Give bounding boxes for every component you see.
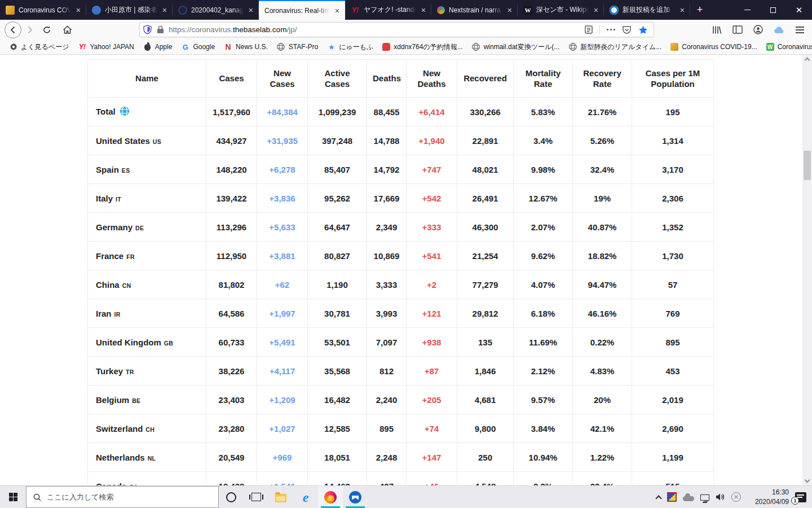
value-cell: 94.47%: [573, 270, 632, 299]
close-tab-icon[interactable]: ×: [248, 6, 254, 15]
close-tab-icon[interactable]: ×: [75, 6, 82, 15]
scroll-up-icon[interactable]: [802, 55, 812, 63]
cortana-icon: [226, 492, 236, 502]
tab-new-post[interactable]: 新規投稿を追加×: [604, 0, 690, 20]
value-cell: 21,254: [457, 242, 514, 270]
table-row-france: FranceFR112,950+3,88180,82710,869+54121,…: [88, 242, 714, 270]
tab-nextstrain[interactable]: Nextstrain / narra×: [431, 0, 518, 20]
home-button[interactable]: [59, 21, 76, 38]
thunderbird-button[interactable]: [343, 486, 368, 508]
url-bar[interactable]: https://coronavirus.thebaselab.com/jp/: [139, 22, 654, 37]
minimize-button[interactable]: [734, 0, 760, 20]
blue-dot-favicon: [610, 6, 619, 15]
country-name: Iran: [96, 309, 112, 318]
close-tab-icon[interactable]: ×: [161, 6, 168, 15]
value-cell: 2,349: [367, 213, 407, 242]
bookmark-item-11[interactable]: Coronavirus COVID-19...: [667, 41, 760, 52]
action-center-icon[interactable]: 1: [795, 492, 806, 502]
bookmark-item-6[interactable]: STAF-Pro: [273, 41, 321, 53]
taskbar-search-input[interactable]: ここに入力して検索: [26, 486, 219, 508]
country-code: NL: [148, 455, 156, 462]
task-view-button[interactable]: [244, 486, 268, 508]
bookmark-label: winmail.dat変換ツール(...: [484, 42, 560, 52]
value-cell: +31,935: [257, 126, 308, 155]
green-w-icon: W: [766, 43, 774, 51]
bookmark-item-1[interactable]: よく見るページ: [6, 41, 72, 54]
value-cell: 1,199: [632, 443, 714, 472]
menu-icon[interactable]: [796, 27, 804, 33]
forward-button[interactable]: [21, 21, 38, 38]
value-cell: 2.12%: [514, 357, 573, 386]
dismiss-tray-icon[interactable]: ✕: [731, 492, 741, 502]
close-window-button[interactable]: ✕: [786, 0, 812, 20]
country-name: Canada: [96, 481, 126, 486]
scrollbar-thumb[interactable]: [804, 151, 811, 180]
value-cell: 112,950: [206, 242, 257, 270]
bookmark-item-8[interactable]: xddnx764の予約情報...: [379, 41, 466, 54]
clock-date: 2020/04/09: [747, 497, 789, 506]
close-tab-icon[interactable]: ×: [420, 6, 427, 15]
start-button[interactable]: [0, 486, 26, 508]
pocket-icon[interactable]: [622, 25, 632, 34]
internet-explorer-button[interactable]: e: [293, 486, 318, 508]
apple-icon: [143, 43, 152, 51]
country-name: Spain: [96, 165, 119, 174]
hidden-icons-chevron-icon[interactable]: [655, 495, 661, 501]
scroll-down-icon[interactable]: [802, 477, 812, 485]
value-cell: 29,812: [457, 299, 514, 328]
country-code: TR: [126, 369, 134, 375]
value-cell: 7,097: [367, 328, 407, 357]
bookmark-item-7[interactable]: ★にゅーもふ: [324, 41, 377, 54]
tab-title: 深セン市 - Wikipe: [536, 5, 589, 15]
bookmark-label: Yahoo! JAPAN: [90, 43, 134, 51]
country-code: BE: [132, 397, 140, 404]
tray-app-icon[interactable]: [667, 492, 677, 502]
page-scrollbar[interactable]: [802, 55, 812, 485]
page-actions-icon[interactable]: [607, 29, 615, 30]
value-cell: 2,019: [632, 386, 714, 414]
new-tab-button[interactable]: +: [690, 0, 709, 20]
value-cell: 2,248: [367, 443, 407, 472]
network-icon[interactable]: [700, 494, 709, 501]
taskbar-clock[interactable]: 16:30 2020/04/09: [747, 488, 789, 506]
tab-wikipedia-shenzhen[interactable]: W深セン市 - Wikipe×: [518, 0, 604, 20]
bookmark-item-12[interactable]: WCoronavirus Update (L...: [763, 41, 812, 52]
back-button[interactable]: [5, 21, 21, 38]
bookmark-item-5[interactable]: NNews U.S.: [220, 41, 271, 53]
bookmark-item-9[interactable]: winmail.dat変換ツール(...: [469, 41, 563, 54]
onedrive-cloud-icon[interactable]: [683, 496, 694, 501]
sidebar-icon[interactable]: [732, 25, 743, 34]
tab-coronavirus-realtime[interactable]: Coronavirus: Real-tim×: [259, 0, 345, 20]
tab-kanagawa-pdf[interactable]: 20200402_kanaga×: [173, 0, 259, 20]
close-tab-icon[interactable]: ×: [593, 6, 599, 15]
country-name: Netherlands: [96, 453, 145, 462]
file-explorer-button[interactable]: [268, 486, 293, 508]
reader-mode-icon[interactable]: [585, 25, 593, 34]
close-tab-icon[interactable]: ×: [679, 6, 686, 15]
maximize-button[interactable]: [760, 0, 786, 20]
tab-yahoo-auction[interactable]: Y!ヤフオク! -standard×: [345, 0, 431, 20]
account-icon[interactable]: [753, 25, 763, 34]
tab-odawara-city[interactable]: 小田原市 | 感染者×: [86, 0, 173, 20]
bookmark-label: News U.S.: [236, 43, 268, 51]
bookmark-item-3[interactable]: Apple: [140, 41, 176, 53]
cloud-extension-icon[interactable]: [774, 26, 785, 34]
notification-badge: 1: [791, 497, 799, 505]
volume-icon[interactable]: [716, 493, 725, 501]
bookmark-item-2[interactable]: Y!Yahoo! JAPAN: [74, 41, 137, 53]
bookmark-star-icon[interactable]: [638, 25, 648, 34]
firefox-button[interactable]: [318, 486, 343, 508]
close-tab-icon[interactable]: ×: [334, 6, 341, 15]
country-name-cell: United KingdomGB: [88, 328, 206, 357]
bookmark-item-4[interactable]: GGoogle: [178, 41, 218, 53]
library-icon[interactable]: [712, 25, 722, 34]
table-row-switzerland: SwitzerlandCH23,280+1,02712,585895+749,8…: [88, 414, 714, 443]
tab-coronavirus-covid[interactable]: Coronavirus COVI×: [0, 0, 86, 20]
close-tab-icon[interactable]: ×: [506, 6, 513, 15]
reload-button[interactable]: [38, 21, 55, 38]
lock-icon: [157, 25, 164, 34]
country-name-cell: TurkeyTR: [88, 357, 206, 386]
cortana-button[interactable]: [219, 486, 244, 508]
value-cell: 9,800: [457, 414, 514, 443]
bookmark-item-10[interactable]: 新型肺炎のリアルタイム...: [565, 41, 665, 54]
